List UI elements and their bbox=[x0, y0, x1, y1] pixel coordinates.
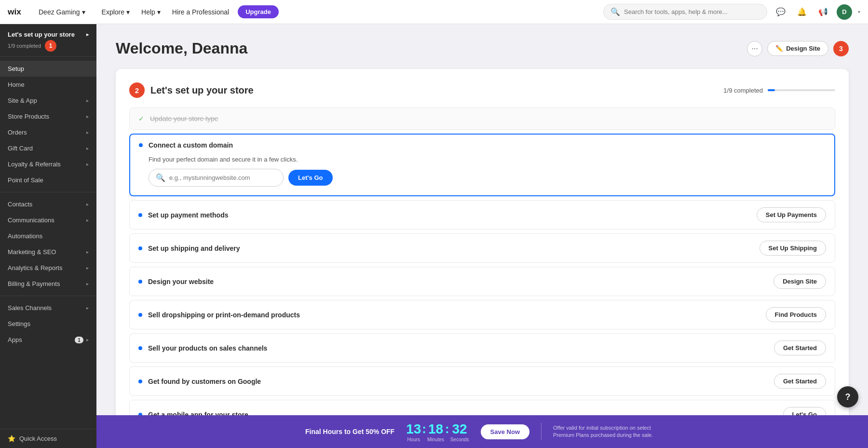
domain-input-row: 🔍 Let's Go bbox=[149, 169, 826, 187]
badge-3: 3 bbox=[833, 41, 849, 56]
chevron-right-icon: ▸ bbox=[86, 146, 89, 151]
megaphone-icon[interactable]: 📢 bbox=[815, 4, 831, 20]
chevron-right-icon: ▸ bbox=[86, 265, 89, 271]
step-connect-domain-header[interactable]: Connect a custom domain bbox=[130, 135, 834, 156]
step-mobile-app-header[interactable]: Get a mobile app for your store Let's Go bbox=[130, 400, 835, 415]
explore-nav-item[interactable]: Explore ▾ bbox=[97, 5, 135, 19]
banner-fine-print: Offer valid for initial subscription on … bbox=[553, 424, 659, 439]
sidebar-item-billing-payments[interactable]: Billing & Payments ▸ bbox=[0, 276, 96, 292]
chevron-right-icon: ▸ bbox=[86, 98, 89, 103]
sidebar-item-setup[interactable]: Setup bbox=[0, 61, 96, 77]
find-products-button[interactable]: Find Products bbox=[766, 307, 826, 322]
setup-card-header: 2 Let's set up your store 1/9 completed bbox=[129, 82, 835, 98]
sidebar-nav: Setup Home Site & App ▸ Store Products ▸ bbox=[0, 57, 96, 429]
domain-input-field[interactable] bbox=[169, 174, 276, 181]
lets-go-button[interactable]: Let's Go bbox=[288, 170, 333, 186]
hire-professional-nav-item[interactable]: Hire a Professional bbox=[167, 5, 234, 19]
step-title: Get a mobile app for your store bbox=[148, 411, 248, 416]
progress-badge-1: 1 bbox=[45, 40, 56, 52]
sidebar-item-store-products[interactable]: Store Products ▸ bbox=[0, 109, 96, 124]
sidebar-item-point-of-sale[interactable]: Point of Sale bbox=[0, 172, 96, 188]
step-dot bbox=[138, 313, 142, 317]
step-shipping-header[interactable]: Set up shipping and delivery Set Up Ship… bbox=[130, 234, 835, 262]
setup-card-title-row: 2 Let's set up your store bbox=[129, 82, 254, 98]
help-fab-button[interactable]: ? bbox=[837, 386, 858, 407]
domain-input[interactable]: 🔍 bbox=[149, 169, 284, 187]
save-now-button[interactable]: Save Now bbox=[481, 424, 529, 439]
main-layout: Let's set up your store ▸ 1/9 completed … bbox=[0, 24, 868, 448]
step-title: Connect a custom domain bbox=[149, 141, 233, 149]
set-up-shipping-button[interactable]: Set Up Shipping bbox=[760, 241, 826, 256]
sidebar-item-orders[interactable]: Orders ▸ bbox=[0, 124, 96, 140]
avatar[interactable]: D bbox=[837, 4, 852, 20]
chevron-right-icon: ▸ bbox=[86, 217, 89, 223]
more-button[interactable]: ··· bbox=[747, 41, 762, 56]
get-started-sales-button[interactable]: Get Started bbox=[774, 340, 826, 355]
quick-access-footer[interactable]: ⭐ Quick Access bbox=[0, 429, 96, 448]
step-sales-channels: Sell your products on sales channels Get… bbox=[129, 333, 835, 363]
sidebar-item-automations[interactable]: Automations bbox=[0, 228, 96, 244]
design-site-header-button[interactable]: ✏️ Design Site bbox=[767, 41, 828, 56]
sidebar-item-communications[interactable]: Communications ▸ bbox=[0, 212, 96, 228]
sidebar-item-site-app[interactable]: Site & App ▸ bbox=[0, 93, 96, 109]
step-dropshipping-header[interactable]: Sell dropshipping or print-on-demand pro… bbox=[130, 300, 835, 329]
chevron-right-icon: ▸ bbox=[86, 114, 89, 119]
step-sales-channels-header[interactable]: Sell your products on sales channels Get… bbox=[130, 334, 835, 362]
pencil-icon: ✏️ bbox=[775, 45, 783, 52]
sidebar-item-gift-card[interactable]: Gift Card ▸ bbox=[0, 140, 96, 156]
nav-right: 🔍 💬 🔔 📢 D ▾ bbox=[603, 4, 860, 20]
sidebar-item-apps[interactable]: Apps 1 ▸ bbox=[0, 332, 96, 348]
set-up-payments-button[interactable]: Set Up Payments bbox=[757, 207, 826, 222]
sidebar-header-title[interactable]: Let's set up your store ▸ bbox=[8, 31, 89, 38]
chevron-right-icon: ▸ bbox=[86, 281, 89, 286]
get-started-google-button[interactable]: Get Started bbox=[774, 374, 826, 389]
sidebar: Let's set up your store ▸ 1/9 completed … bbox=[0, 24, 96, 448]
step-design-website-header[interactable]: Design your website Design Site bbox=[130, 267, 835, 296]
banner-divider bbox=[541, 423, 542, 440]
sidebar-item-analytics-reports[interactable]: Analytics & Reports ▸ bbox=[0, 260, 96, 276]
badge-2: 2 bbox=[129, 82, 145, 98]
step-design-website: Design your website Design Site bbox=[129, 267, 835, 296]
chevron-down-icon: ▾ bbox=[82, 8, 85, 16]
upgrade-button[interactable]: Upgrade bbox=[238, 5, 279, 18]
wix-logo[interactable]: wix bbox=[8, 7, 27, 17]
step-title: Sell dropshipping or print-on-demand pro… bbox=[148, 311, 300, 319]
chat-icon[interactable]: 💬 bbox=[773, 4, 788, 20]
search-bar[interactable]: 🔍 bbox=[603, 4, 767, 20]
chevron-down-icon[interactable]: ▾ bbox=[858, 9, 860, 14]
step-dot bbox=[138, 380, 142, 383]
step-dot bbox=[138, 346, 142, 350]
step-payment-methods-header[interactable]: Set up payment methods Set Up Payments bbox=[130, 201, 835, 229]
lets-go-mobile-button[interactable]: Let's Go bbox=[783, 407, 827, 415]
step-title: Update your store type bbox=[150, 115, 218, 122]
welcome-header: Welcome, Deanna ··· ✏️ Design Site 3 bbox=[116, 40, 849, 57]
colon-1: : bbox=[421, 421, 427, 436]
step-title: Design your website bbox=[148, 278, 214, 285]
step-dot bbox=[138, 213, 142, 217]
chevron-right-icon: ▸ bbox=[86, 249, 89, 255]
sidebar-item-sales-channels[interactable]: Sales Channels ▸ bbox=[0, 300, 96, 316]
sidebar-item-contacts[interactable]: Contacts ▸ bbox=[0, 196, 96, 212]
step-dot bbox=[138, 246, 142, 250]
sidebar-item-loyalty-referrals[interactable]: Loyalty & Referrals ▸ bbox=[0, 156, 96, 172]
progress-info: 1/9 completed bbox=[723, 87, 835, 94]
step-update-store-type-header[interactable]: ✓ Update your store type bbox=[130, 108, 835, 129]
sidebar-item-marketing-seo[interactable]: Marketing & SEO ▸ bbox=[0, 244, 96, 260]
sidebar-item-home[interactable]: Home bbox=[0, 77, 96, 93]
step-title: Sell your products on sales channels bbox=[148, 344, 267, 352]
step-title: Set up payment methods bbox=[148, 211, 228, 219]
design-site-step-button[interactable]: Design Site bbox=[773, 274, 826, 289]
countdown-hours: 13 Hours bbox=[406, 421, 421, 442]
sidebar-item-settings[interactable]: Settings bbox=[0, 316, 96, 332]
bell-icon[interactable]: 🔔 bbox=[794, 4, 810, 20]
step-mobile-app: Get a mobile app for your store Let's Go bbox=[129, 400, 835, 415]
step-google-header[interactable]: Get found by customers on Google Get Sta… bbox=[130, 367, 835, 395]
step-dot-active bbox=[139, 143, 143, 147]
help-nav-item[interactable]: Help ▾ bbox=[136, 5, 165, 19]
step-shipping: Set up shipping and delivery Set Up Ship… bbox=[129, 233, 835, 263]
brand-name[interactable]: Deez Gaming ▾ bbox=[35, 6, 89, 18]
progress-bar-fill bbox=[768, 89, 775, 91]
search-input[interactable] bbox=[624, 8, 760, 15]
welcome-title: Welcome, Deanna bbox=[116, 40, 247, 57]
chevron-right-icon: ▸ bbox=[86, 130, 89, 135]
